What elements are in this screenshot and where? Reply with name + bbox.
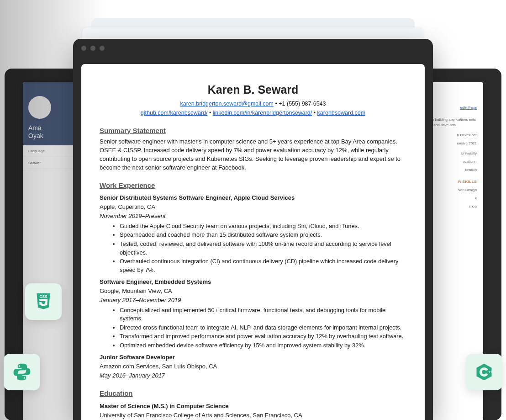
school: University of San Francisco College of A…	[100, 411, 406, 420]
job-dates: January 2017–November 2019	[100, 296, 406, 305]
bullet: Conceptualized and implemented 50+ criti…	[120, 306, 406, 323]
css-icon: CSS	[33, 292, 53, 312]
avatar-placeholder	[28, 96, 51, 119]
window-control-minimize[interactable]	[90, 46, 95, 51]
summary-heading: Summary Statement	[100, 126, 406, 136]
job-title: Senior Distributed Systems Software Engi…	[100, 194, 406, 202]
job-title: Software Engineer, Embedded Systems	[100, 278, 406, 287]
separator: •	[312, 110, 317, 116]
python-badge	[4, 354, 40, 390]
job-location: Google, Mountain View, CA	[100, 287, 406, 296]
cpp-badge: ++	[466, 354, 502, 390]
job-dates: November 2019–Present	[100, 212, 406, 221]
education-heading: Education	[100, 388, 406, 399]
cpp-icon: ++	[474, 362, 494, 382]
separator: •	[274, 101, 279, 107]
css-badge: CSS	[25, 283, 62, 320]
website-link[interactable]: karenbseward.com	[317, 110, 366, 116]
main-window: Karen B. Seward karen.bridgerton.seward@…	[73, 39, 433, 420]
summary-text: Senior software engineer with master's i…	[100, 138, 406, 172]
phone: +1 (555) 987-6543	[279, 101, 326, 107]
bullet: Transformed and improved performance and…	[120, 332, 406, 341]
job-bullets: Conceptualized and implemented 50+ criti…	[100, 306, 406, 350]
work-heading: Work Experience	[100, 181, 406, 191]
window-control-zoom[interactable]	[100, 46, 105, 51]
bullet: Optimized embedded device software effic…	[120, 341, 406, 350]
linkedin-link[interactable]: linkedin.com/in/karenbridgertonseward/	[213, 110, 312, 116]
bullet: Spearheaded and coached more than 15 dis…	[120, 231, 406, 239]
bullet: Guided the Apple Cloud Security team on …	[120, 222, 406, 231]
contact-line-1: karen.bridgerton.seward@gmail.com • +1 (…	[100, 100, 406, 108]
job-location: Amazon.com Services, San Luis Obispo, CA	[100, 362, 406, 371]
window-titlebar	[73, 39, 433, 57]
bullet: Directed cross-functional team to integr…	[120, 324, 406, 332]
job-dates: May 2016–January 2017	[100, 372, 406, 380]
resume-document: Karen B. Seward karen.bridgerton.seward@…	[81, 64, 425, 420]
canvas: Ama Oyak Language Softwar edIn Page elop…	[0, 0, 506, 420]
job-title: Junior Software Developer	[100, 353, 406, 362]
svg-text:CSS: CSS	[40, 295, 47, 299]
bullet: Tested, coded, reviewed, and delivered s…	[120, 240, 406, 257]
window-control-close[interactable]	[81, 46, 86, 51]
degree: Master of Science (M.S.) in Computer Sci…	[100, 402, 406, 411]
job-location: Apple, Cupertino, CA	[100, 203, 406, 212]
resume-name: Karen B. Seward	[100, 81, 406, 98]
job-bullets: Guided the Apple Cloud Security team on …	[100, 222, 406, 274]
python-icon	[12, 362, 32, 382]
contact-line-2: github.com/karenbseward/ • linkedin.com/…	[100, 109, 406, 117]
email-link[interactable]: karen.bridgerton.seward@gmail.com	[180, 101, 274, 107]
bullet: Overhauled continuous integration (CI) a…	[120, 257, 406, 274]
svg-text:++: ++	[488, 370, 493, 374]
github-link[interactable]: github.com/karenbseward/	[141, 110, 208, 116]
separator: •	[207, 110, 212, 116]
